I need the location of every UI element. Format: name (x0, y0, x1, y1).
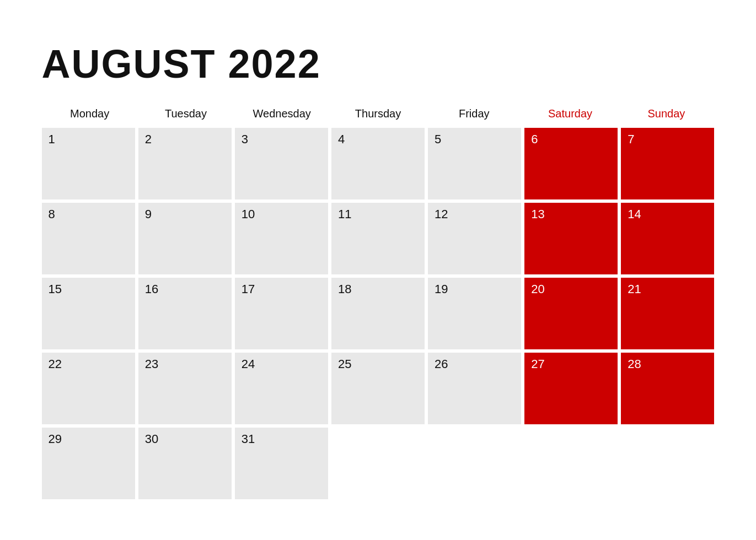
day-cell-3[interactable]: 3 (235, 128, 328, 199)
day-header-friday: Friday (426, 103, 522, 125)
calendar-grid: MondayTuesdayWednesdayThursdayFridaySatu… (42, 103, 715, 499)
day-number-21: 21 (628, 282, 641, 296)
day-number-17: 17 (242, 282, 255, 296)
calendar-container: AUGUST 2022 MondayTuesdayWednesdayThursd… (31, 19, 726, 521)
day-cell-5[interactable]: 5 (428, 128, 521, 199)
day-cell-21[interactable]: 21 (621, 278, 714, 349)
day-header-saturday: Saturday (522, 103, 618, 125)
day-number-23: 23 (145, 357, 158, 371)
day-cell-empty[interactable] (428, 428, 521, 499)
day-number-28: 28 (628, 357, 641, 371)
day-number-19: 19 (435, 282, 448, 296)
day-number-9: 9 (145, 207, 152, 221)
day-number-3: 3 (242, 132, 248, 146)
day-number-20: 20 (531, 282, 544, 296)
day-number-22: 22 (49, 357, 62, 371)
day-cell-28[interactable]: 28 (621, 353, 714, 424)
day-cell-empty[interactable] (621, 428, 714, 499)
day-number-27: 27 (531, 357, 544, 371)
day-number-4: 4 (338, 132, 345, 146)
calendar-title: AUGUST 2022 (42, 41, 715, 87)
day-number-31: 31 (242, 432, 255, 446)
day-number-29: 29 (49, 432, 62, 446)
day-cell-15[interactable]: 15 (42, 278, 135, 349)
day-number-18: 18 (338, 282, 351, 296)
day-cell-19[interactable]: 19 (428, 278, 521, 349)
day-cell-22[interactable]: 22 (42, 353, 135, 424)
day-number-15: 15 (49, 282, 62, 296)
week-row-1: 1234567 (42, 128, 715, 199)
day-cell-31[interactable]: 31 (235, 428, 328, 499)
day-number-25: 25 (338, 357, 351, 371)
day-number-1: 1 (49, 132, 55, 146)
day-header-thursday: Thursday (330, 103, 426, 125)
day-cell-29[interactable]: 29 (42, 428, 135, 499)
day-number-2: 2 (145, 132, 152, 146)
day-number-16: 16 (145, 282, 158, 296)
day-cell-14[interactable]: 14 (621, 203, 714, 274)
day-header-monday: Monday (42, 103, 138, 125)
day-headers: MondayTuesdayWednesdayThursdayFridaySatu… (42, 103, 715, 125)
day-cell-12[interactable]: 12 (428, 203, 521, 274)
day-cell-6[interactable]: 6 (524, 128, 618, 199)
day-number-7: 7 (628, 132, 634, 146)
day-cell-23[interactable]: 23 (138, 353, 232, 424)
day-cell-13[interactable]: 13 (524, 203, 618, 274)
week-row-5: 293031 (42, 428, 715, 499)
day-cell-7[interactable]: 7 (621, 128, 714, 199)
day-cell-16[interactable]: 16 (138, 278, 232, 349)
day-number-24: 24 (242, 357, 255, 371)
day-number-5: 5 (435, 132, 441, 146)
day-cell-27[interactable]: 27 (524, 353, 618, 424)
day-number-26: 26 (435, 357, 448, 371)
day-header-wednesday: Wednesday (234, 103, 330, 125)
day-cell-1[interactable]: 1 (42, 128, 135, 199)
day-number-13: 13 (531, 207, 544, 221)
day-number-12: 12 (435, 207, 448, 221)
day-number-14: 14 (628, 207, 641, 221)
day-number-10: 10 (242, 207, 255, 221)
week-row-4: 22232425262728 (42, 353, 715, 424)
day-cell-2[interactable]: 2 (138, 128, 232, 199)
day-cell-empty[interactable] (524, 428, 618, 499)
day-number-6: 6 (531, 132, 538, 146)
day-cell-empty[interactable] (331, 428, 425, 499)
day-cell-25[interactable]: 25 (331, 353, 425, 424)
day-cell-30[interactable]: 30 (138, 428, 232, 499)
day-cell-26[interactable]: 26 (428, 353, 521, 424)
day-cell-8[interactable]: 8 (42, 203, 135, 274)
day-cell-18[interactable]: 18 (331, 278, 425, 349)
day-cell-11[interactable]: 11 (331, 203, 425, 274)
day-header-sunday: Sunday (618, 103, 714, 125)
day-cell-20[interactable]: 20 (524, 278, 618, 349)
day-cell-17[interactable]: 17 (235, 278, 328, 349)
weeks-grid: 1234567891011121314151617181920212223242… (42, 128, 715, 499)
day-cell-4[interactable]: 4 (331, 128, 425, 199)
day-number-30: 30 (145, 432, 158, 446)
day-header-tuesday: Tuesday (138, 103, 234, 125)
week-row-3: 15161718192021 (42, 278, 715, 349)
day-cell-10[interactable]: 10 (235, 203, 328, 274)
day-cell-9[interactable]: 9 (138, 203, 232, 274)
day-number-11: 11 (338, 207, 351, 221)
day-number-8: 8 (49, 207, 55, 221)
week-row-2: 891011121314 (42, 203, 715, 274)
day-cell-24[interactable]: 24 (235, 353, 328, 424)
